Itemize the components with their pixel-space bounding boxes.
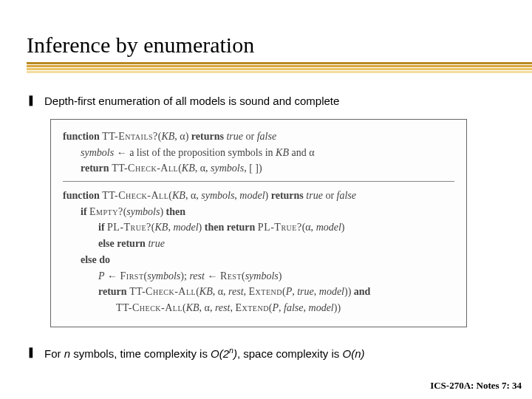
code-line: function TT-Entails?(KB, α) returns true… <box>63 129 454 145</box>
bullet-icon: ❚ <box>27 93 35 108</box>
stripe <box>27 65 532 67</box>
stripe <box>27 68 532 70</box>
code-line: TT-Check-All(KB, α, rest, Extend(P, fals… <box>63 300 454 316</box>
title-underline <box>27 62 505 78</box>
stripe <box>27 62 532 64</box>
code-line: else do <box>63 252 454 268</box>
code-line: P ← First(symbols); rest ← Rest(symbols) <box>63 268 454 284</box>
divider <box>63 181 454 182</box>
slide-title: Inference by enumeration <box>27 33 505 58</box>
bullet-icon: ❚ <box>27 345 35 360</box>
code-line: return TT-Check-All(KB, α, rest, Extend(… <box>63 284 454 300</box>
bullet-item: ❚ For n symbols, time complexity is O(2n… <box>27 345 505 361</box>
code-line: if Empty?(symbols) then <box>63 204 454 220</box>
code-line: else return true <box>63 236 454 252</box>
bullet-text: Depth-first enumeration of all models is… <box>44 93 339 109</box>
stripe <box>27 71 532 73</box>
code-line: function TT-Check-All(KB, α, symbols, mo… <box>63 188 454 204</box>
bullet-text: For n symbols, time complexity is O(2n),… <box>44 345 364 361</box>
code-line: if PL-True?(KB, model) then return PL-Tr… <box>63 219 454 236</box>
code-line: symbols ← a list of the proposition symb… <box>63 145 454 161</box>
bullet-item: ❚ Depth-first enumeration of all models … <box>27 93 505 109</box>
code-line: return TT-Check-All(KB, α, symbols, [ ]) <box>63 160 454 177</box>
slide-footer: ICS-270A: Notes 7: 34 <box>430 380 522 392</box>
pseudocode-figure: function TT-Entails?(KB, α) returns true… <box>50 119 467 327</box>
